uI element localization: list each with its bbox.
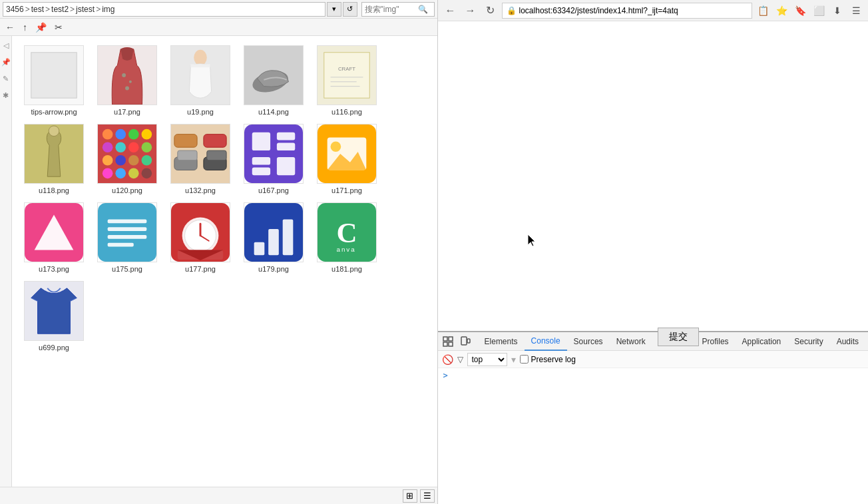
tab-application[interactable]: Application xyxy=(736,332,788,351)
file-item[interactable]: u699.png xyxy=(17,277,91,356)
side-icon-3[interactable]: ✎ xyxy=(3,75,9,83)
submit-button[interactable]: 提交 xyxy=(658,328,699,346)
console-prompt-line: > xyxy=(443,371,863,380)
breadcrumb-test2[interactable]: test2 xyxy=(51,5,69,14)
list-view-btn[interactable]: ☰ xyxy=(420,489,435,503)
svg-point-24 xyxy=(103,142,113,152)
browser-content: 提交 xyxy=(438,21,868,331)
devtools-inspect-btn[interactable] xyxy=(441,334,455,349)
svg-point-29 xyxy=(115,155,126,166)
file-item[interactable]: u167.png xyxy=(237,120,310,198)
menu-btn[interactable]: ☰ xyxy=(848,3,864,19)
svg-point-31 xyxy=(142,155,152,166)
file-item[interactable]: u120.png xyxy=(91,120,164,198)
svg-rect-42 xyxy=(204,134,226,148)
svg-rect-71 xyxy=(283,219,294,255)
file-item[interactable]: u17.png xyxy=(91,41,164,120)
file-thumbnail xyxy=(24,202,84,262)
file-thumbnail xyxy=(24,281,84,341)
tab-elements[interactable]: Elements xyxy=(478,332,525,351)
breadcrumb-img[interactable]: img xyxy=(102,5,114,14)
file-item[interactable]: CRAFT u116.png xyxy=(310,41,383,120)
svg-rect-81 xyxy=(449,342,453,346)
tab-security[interactable]: Security xyxy=(787,332,829,351)
console-input[interactable] xyxy=(451,371,863,380)
console-content[interactable]: > xyxy=(438,368,868,504)
file-item[interactable]: u175.png xyxy=(91,198,164,277)
search-bar[interactable]: 🔍 xyxy=(361,2,435,17)
breadcrumb-path[interactable]: 3456 > test > test2 > jstest > img xyxy=(3,2,326,17)
file-item[interactable]: u19.png xyxy=(164,41,237,120)
file-name: u17.png xyxy=(114,108,140,116)
star-btn[interactable]: ⭐ xyxy=(773,3,789,19)
svg-rect-56 xyxy=(98,203,156,262)
file-item[interactable]: u179.png xyxy=(237,198,310,277)
address-field[interactable]: 🔒 localhost:63342/jstest/index14.html?_i… xyxy=(502,3,752,19)
tab-network[interactable]: Network xyxy=(610,332,652,351)
console-filter-btn[interactable]: ▽ xyxy=(457,355,463,364)
back-btn[interactable]: ← xyxy=(3,21,17,34)
breadcrumb-test[interactable]: test xyxy=(31,5,44,14)
pin-btn[interactable]: 📌 xyxy=(33,21,49,34)
svg-point-26 xyxy=(128,142,139,152)
search-input[interactable] xyxy=(365,5,418,14)
devtools-tab-bar: Elements Console Sources Network Timelin… xyxy=(438,332,868,351)
svg-point-20 xyxy=(103,129,113,140)
search-icon[interactable]: 🔍 xyxy=(418,5,428,14)
url-text: localhost:63342/jstest/index14.html?_ijt… xyxy=(519,6,678,15)
console-clear-btn[interactable]: 🚫 xyxy=(442,354,453,365)
tab-console[interactable]: Console xyxy=(525,332,567,351)
svg-rect-46 xyxy=(277,142,295,150)
context-select[interactable]: top xyxy=(467,353,507,366)
svg-rect-79 xyxy=(449,337,453,341)
back-button[interactable]: ← xyxy=(442,2,459,19)
grid-view-btn[interactable]: ⊞ xyxy=(403,489,417,503)
cut-btn[interactable]: ✂ xyxy=(52,21,65,34)
dropdown-btn[interactable]: ▾ xyxy=(327,2,341,17)
preserve-log-label[interactable]: Preserve log xyxy=(520,355,576,364)
devtools-panel: Elements Console Sources Network Timelin… xyxy=(438,331,868,504)
breadcrumb-jstest[interactable]: jstest xyxy=(76,5,95,14)
tab-sources[interactable]: Sources xyxy=(567,332,610,351)
refresh-btn[interactable]: ↺ xyxy=(343,2,357,17)
file-item[interactable]: u171.png xyxy=(310,120,383,198)
bookmark-btn[interactable]: 🔖 xyxy=(792,3,808,19)
file-thumbnail xyxy=(97,124,157,184)
file-name: u132.png xyxy=(185,186,216,194)
file-thumbnail xyxy=(97,45,157,105)
file-name: u181.png xyxy=(331,265,362,273)
file-item[interactable]: tips-arrow.png xyxy=(17,41,91,120)
tab-audits[interactable]: Audits xyxy=(830,332,865,351)
svg-point-35 xyxy=(142,168,152,179)
address-actions: ▾ ↺ xyxy=(327,2,357,17)
side-icon-4[interactable]: ✱ xyxy=(3,91,9,100)
tab-profiles[interactable]: Profiles xyxy=(696,332,736,351)
preserve-log-checkbox[interactable] xyxy=(520,355,529,364)
cast-btn[interactable]: ⬜ xyxy=(811,3,827,19)
svg-text:C: C xyxy=(336,217,357,248)
svg-point-7 xyxy=(194,50,207,65)
file-item[interactable]: u177.png xyxy=(164,198,237,277)
breadcrumb-3456[interactable]: 3456 xyxy=(6,5,24,14)
bookmark-page-btn[interactable]: 📋 xyxy=(755,3,771,19)
file-thumbnail xyxy=(97,202,157,262)
devtools-device-btn[interactable] xyxy=(458,334,473,349)
file-item[interactable]: u118.png xyxy=(17,120,91,198)
svg-text:CRAFT: CRAFT xyxy=(338,66,355,72)
file-item[interactable]: u132.png xyxy=(164,120,237,198)
svg-rect-70 xyxy=(268,229,279,255)
file-item[interactable]: u173.png xyxy=(17,198,91,277)
side-icon-2[interactable]: 📌 xyxy=(1,58,11,67)
up-btn[interactable]: ↑ xyxy=(20,21,30,34)
file-item[interactable]: C anva u181.png xyxy=(310,198,383,277)
download-btn[interactable]: ⬇ xyxy=(829,3,845,19)
forward-button[interactable]: → xyxy=(462,2,479,19)
file-item[interactable]: u114.png xyxy=(237,41,310,120)
side-icon-1[interactable]: ◁ xyxy=(3,41,9,50)
svg-text:anva: anva xyxy=(337,246,356,253)
reload-button[interactable]: ↻ xyxy=(482,2,499,19)
svg-point-32 xyxy=(103,168,113,179)
file-explorer: 3456 > test > test2 > jstest > img ▾ ↺ 🔍… xyxy=(0,0,438,504)
svg-point-18 xyxy=(49,126,59,136)
svg-point-53 xyxy=(331,141,341,152)
